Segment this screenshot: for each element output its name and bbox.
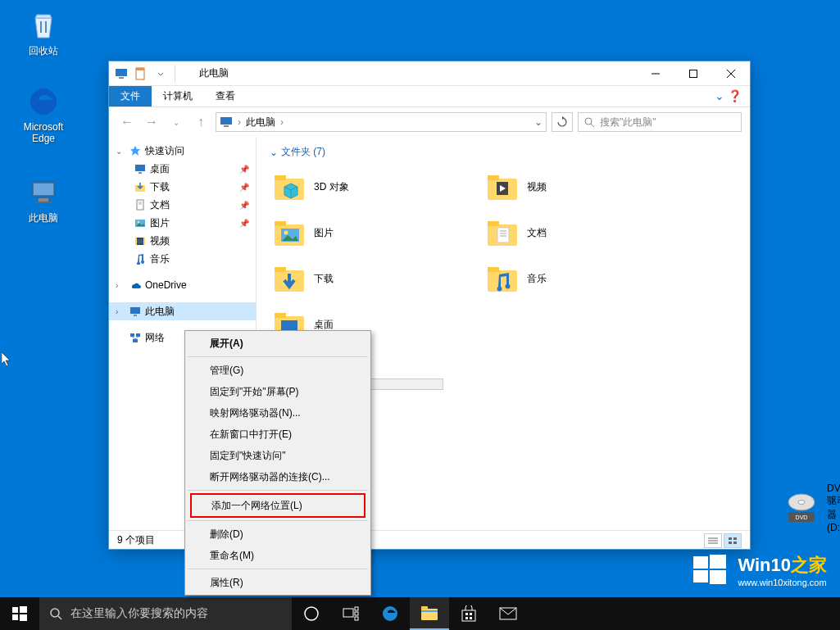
sidebar-item-music[interactable]: 音乐 (109, 250, 256, 268)
folder-3d-objects[interactable]: 3D 对象 (270, 165, 466, 208)
qat-properties-icon[interactable] (132, 65, 150, 83)
taskbar-mail[interactable] (488, 597, 528, 630)
view-details-button[interactable] (704, 533, 722, 548)
menu-add-network[interactable]: 添加一个网络位置(L) (192, 495, 364, 516)
taskbar-search[interactable]: 在这里输入你要搜索的内容 (39, 597, 292, 630)
sidebar-quick-access[interactable]: ⌄ 快速访问 (109, 142, 256, 160)
menu-pin-quick[interactable]: 固定到"快速访问" (187, 445, 369, 466)
desktop-icon-edge[interactable]: Microsoft Edge (15, 85, 72, 144)
breadcrumb-sep: › (238, 116, 241, 128)
tab-view[interactable]: 查看 (204, 86, 247, 107)
recent-button[interactable]: ⌄ (166, 112, 186, 132)
titlebar: 此电脑 (109, 61, 750, 86)
tab-file[interactable]: 文件 (109, 86, 152, 107)
menu-properties[interactable]: 属性(R) (187, 572, 369, 593)
folder-music[interactable]: 音乐 (483, 257, 679, 300)
svg-rect-45 (275, 221, 286, 226)
close-button[interactable] (712, 61, 750, 86)
this-pc-small-icon (129, 305, 142, 318)
svg-line-36 (135, 337, 138, 339)
folder-documents[interactable]: 文档 (483, 211, 679, 254)
context-menu: 展开(A) 管理(G) 固定到"开始"屏幕(P) 映射网络驱动器(N)... 在… (184, 330, 371, 596)
watermark: Win10之家 www.win10xitong.com (692, 551, 827, 589)
sidebar-item-documents[interactable]: 文档📌 (109, 196, 256, 214)
menu-map-drive[interactable]: 映射网络驱动器(N)... (187, 402, 369, 424)
menu-expand[interactable]: 展开(A) (187, 333, 369, 354)
watermark-main: Win10 (738, 555, 791, 575)
address-dropdown-icon[interactable]: ⌄ (534, 116, 543, 128)
refresh-button[interactable] (552, 112, 573, 132)
svg-rect-55 (275, 267, 286, 272)
3d-objects-icon (273, 170, 306, 203)
back-button[interactable]: ← (117, 112, 137, 132)
svg-rect-72 (733, 542, 737, 544)
menu-disconnect[interactable]: 断开网络驱动器的连接(C)... (187, 466, 369, 487)
svg-rect-87 (355, 617, 358, 620)
menu-delete[interactable]: 删除(D) (187, 523, 369, 545)
window-title: 此电脑 (199, 66, 637, 80)
desktop-icon-this-pc[interactable]: 此电脑 (15, 175, 72, 225)
svg-rect-40 (488, 175, 499, 180)
sidebar-label: 图片 (150, 216, 170, 230)
recycle-bin-icon (27, 8, 60, 41)
sidebar-item-desktop[interactable]: 桌面📌 (109, 160, 256, 178)
maximize-button[interactable] (674, 61, 712, 86)
this-pc-icon (27, 175, 60, 208)
svg-rect-70 (733, 537, 737, 540)
svg-rect-11 (690, 70, 697, 77)
tab-computer[interactable]: 计算机 (152, 86, 204, 107)
desktop-icon-recycle-bin[interactable]: 回收站 (15, 8, 72, 58)
search-input[interactable]: 搜索"此电脑" (578, 112, 742, 132)
cortana-button[interactable] (292, 597, 331, 630)
svg-rect-27 (137, 239, 143, 243)
menu-open-new-window[interactable]: 在新窗口中打开(E) (187, 424, 369, 445)
folder-pictures[interactable]: 图片 (270, 211, 466, 254)
document-small-icon (134, 198, 147, 211)
forward-button[interactable]: → (142, 112, 161, 132)
sidebar-label: 音乐 (150, 252, 170, 266)
menu-rename[interactable]: 重命名(M) (187, 545, 369, 566)
taskbar-store[interactable] (449, 597, 488, 630)
svg-rect-33 (136, 333, 140, 337)
address-bar[interactable]: › 此电脑 › ⌄ (216, 112, 547, 132)
sidebar-item-downloads[interactable]: 下载📌 (109, 178, 256, 196)
folder-videos[interactable]: 视频 (483, 165, 679, 208)
sidebar-item-pictures[interactable]: 图片📌 (109, 214, 256, 232)
recycle-bin-label: 回收站 (15, 44, 72, 58)
view-icons-button[interactable] (724, 533, 742, 548)
task-view-button[interactable] (331, 597, 370, 630)
onedrive-icon (129, 279, 142, 292)
menu-pin-start[interactable]: 固定到"开始"屏幕(P) (187, 381, 369, 402)
menu-manage[interactable]: 管理(G) (187, 360, 369, 381)
star-icon (129, 144, 142, 157)
music-small-icon (134, 252, 147, 265)
folder-downloads[interactable]: 下载 (270, 257, 466, 300)
taskbar-edge[interactable] (370, 597, 410, 630)
svg-rect-78 (20, 606, 27, 613)
svg-rect-6 (116, 69, 127, 76)
sidebar-item-videos[interactable]: 视频 (109, 232, 256, 250)
breadcrumb-this-pc[interactable]: 此电脑 (246, 116, 275, 129)
svg-line-82 (58, 616, 61, 619)
svg-rect-31 (134, 315, 137, 316)
breadcrumb-sep: › (280, 116, 284, 128)
cursor-icon (2, 352, 13, 367)
svg-rect-95 (470, 617, 472, 619)
start-button[interactable] (0, 597, 39, 630)
item-count: 9 个项目 (117, 533, 155, 547)
folders-section-header[interactable]: ⌄文件夹 (7) (270, 145, 737, 159)
minimize-button[interactable] (637, 61, 674, 86)
svg-rect-84 (343, 609, 353, 617)
svg-rect-80 (20, 614, 27, 621)
pin-icon: 📌 (239, 183, 249, 192)
help-icon[interactable]: ⌄ ❓ (715, 89, 742, 102)
svg-line-17 (591, 124, 594, 127)
up-button[interactable]: ↑ (191, 112, 211, 132)
sidebar-onedrive[interactable]: ›OneDrive (109, 276, 256, 294)
search-icon (49, 607, 62, 620)
pictures-folder-icon (273, 216, 306, 249)
taskbar-explorer[interactable] (410, 597, 449, 630)
folder-label: 3D 对象 (314, 180, 349, 194)
qat-dropdown-icon[interactable] (152, 65, 170, 83)
sidebar-this-pc[interactable]: ›此电脑 (109, 302, 256, 320)
